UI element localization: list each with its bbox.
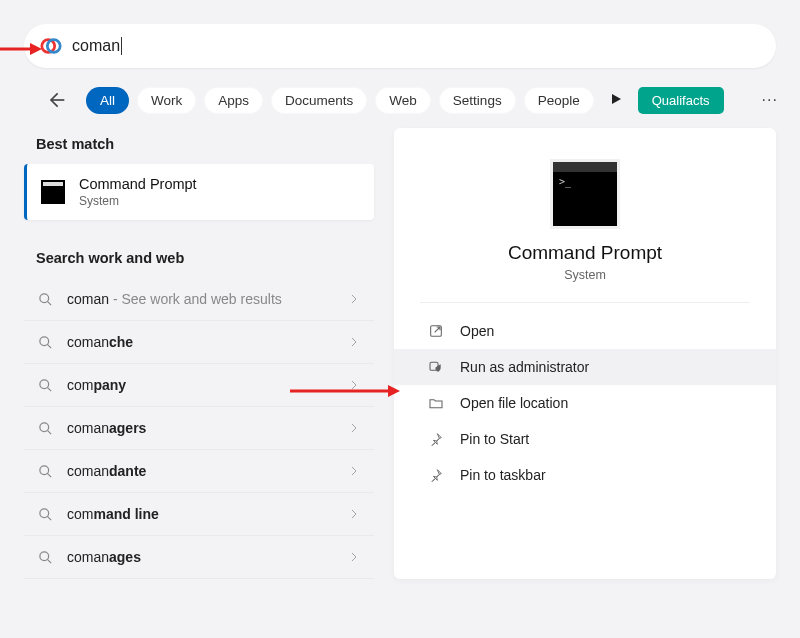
suggestion-text: comanages (67, 549, 141, 565)
search-provider-logo-icon (40, 35, 62, 57)
command-prompt-icon (41, 180, 65, 204)
action-pin-to-taskbar[interactable]: Pin to taskbar (394, 457, 776, 493)
best-match-result[interactable]: Command Prompt System (24, 164, 374, 220)
search-icon (38, 507, 53, 522)
search-icon (38, 335, 53, 350)
best-match-header: Best match (24, 128, 374, 164)
search-web-header: Search work and web (24, 242, 374, 278)
search-bar[interactable]: coman (24, 24, 776, 68)
pin-icon (428, 467, 444, 483)
svg-point-8 (40, 293, 49, 302)
svg-point-20 (40, 551, 49, 560)
svg-line-13 (47, 387, 51, 391)
suggestion-item[interactable]: command line (24, 493, 374, 536)
svg-line-9 (47, 301, 51, 305)
search-icon (38, 378, 53, 393)
text-cursor (121, 37, 122, 55)
divider (420, 302, 750, 303)
suggestion-text: company (67, 377, 126, 393)
suggestion-item[interactable]: coman - See work and web results (24, 278, 374, 321)
tab-documents[interactable]: Documents (271, 87, 367, 114)
tab-settings[interactable]: Settings (439, 87, 516, 114)
open-icon (428, 323, 444, 339)
suggestion-text: command line (67, 506, 159, 522)
action-list: OpenRun as administratorOpen file locati… (394, 313, 776, 493)
chevron-right-icon (348, 508, 360, 520)
details-pane: Command Prompt System OpenRun as adminis… (394, 128, 776, 579)
action-label: Pin to taskbar (460, 467, 546, 483)
action-pin-to-start[interactable]: Pin to Start (394, 421, 776, 457)
svg-line-19 (47, 516, 51, 520)
suggestion-item[interactable]: comanagers (24, 407, 374, 450)
svg-line-11 (47, 344, 51, 348)
svg-point-16 (40, 465, 49, 474)
search-icon (38, 464, 53, 479)
svg-point-18 (40, 508, 49, 517)
svg-line-17 (47, 473, 51, 477)
chevron-right-icon (348, 336, 360, 348)
tab-apps[interactable]: Apps (204, 87, 263, 114)
svg-point-10 (40, 336, 49, 345)
filter-tab-row: All Work Apps Documents Web Settings Peo… (0, 76, 800, 128)
search-icon (38, 421, 53, 436)
back-arrow-icon[interactable] (46, 90, 66, 110)
search-input-text[interactable]: coman (72, 37, 120, 55)
svg-marker-7 (612, 94, 621, 104)
folder-icon (428, 395, 444, 411)
action-open[interactable]: Open (394, 313, 776, 349)
suggestion-list: coman - See work and web resultscomanche… (24, 278, 374, 579)
suggestion-text: comanche (67, 334, 133, 350)
more-tabs-icon[interactable] (610, 93, 622, 107)
suggestion-item[interactable]: comanche (24, 321, 374, 364)
results-left-pane: Best match Command Prompt System Search … (24, 128, 374, 579)
chevron-right-icon (348, 465, 360, 477)
shield-icon (428, 359, 444, 375)
tab-web[interactable]: Web (375, 87, 431, 114)
action-label: Open (460, 323, 494, 339)
suggestion-text: comanagers (67, 420, 146, 436)
details-title: Command Prompt (394, 242, 776, 264)
action-label: Open file location (460, 395, 568, 411)
suggestion-item[interactable]: company (24, 364, 374, 407)
action-label: Pin to Start (460, 431, 529, 447)
svg-point-14 (40, 422, 49, 431)
suggestion-text: comandante (67, 463, 146, 479)
search-icon (38, 550, 53, 565)
chevron-right-icon (348, 551, 360, 563)
tab-people[interactable]: People (524, 87, 594, 114)
chevron-right-icon (348, 379, 360, 391)
suggestion-item[interactable]: comandante (24, 450, 374, 493)
pin-icon (428, 431, 444, 447)
more-options-icon[interactable]: ··· (762, 91, 778, 109)
command-prompt-large-icon (553, 162, 617, 226)
best-match-subtitle: System (79, 194, 197, 208)
action-open-file-location[interactable]: Open file location (394, 385, 776, 421)
tab-all[interactable]: All (86, 87, 129, 114)
tab-work[interactable]: Work (137, 87, 196, 114)
suggestion-item[interactable]: comanages (24, 536, 374, 579)
svg-line-15 (47, 430, 51, 434)
best-match-title: Command Prompt (79, 176, 197, 192)
details-subtitle: System (394, 268, 776, 282)
action-label: Run as administrator (460, 359, 589, 375)
svg-line-21 (47, 559, 51, 563)
search-icon (38, 292, 53, 307)
qualifacts-button[interactable]: Qualifacts (638, 87, 724, 114)
svg-point-12 (40, 379, 49, 388)
chevron-right-icon (348, 293, 360, 305)
suggestion-text: coman - See work and web results (67, 291, 282, 307)
chevron-right-icon (348, 422, 360, 434)
action-run-as-administrator[interactable]: Run as administrator (394, 349, 776, 385)
